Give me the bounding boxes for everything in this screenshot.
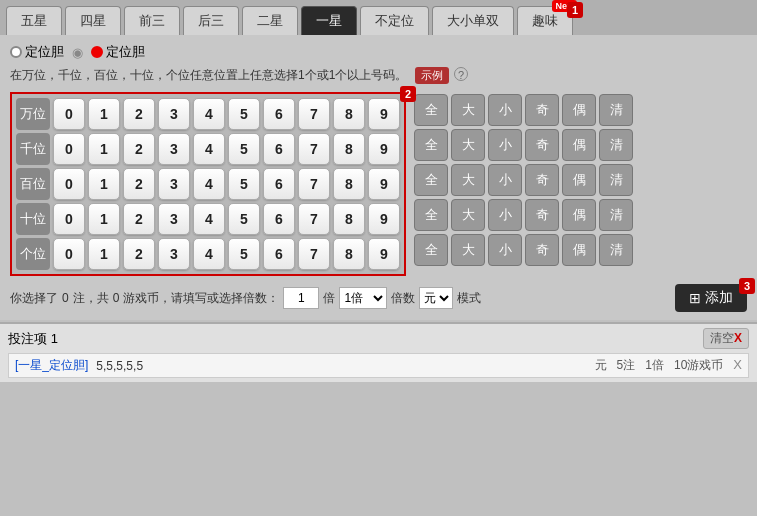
qual-ou-4[interactable]: 偶 bbox=[562, 234, 596, 266]
qual-qi-3[interactable]: 奇 bbox=[525, 199, 559, 231]
qual-quan-3[interactable]: 全 bbox=[414, 199, 448, 231]
invest-delete-button[interactable]: X bbox=[733, 357, 742, 374]
qual-da-3[interactable]: 大 bbox=[451, 199, 485, 231]
digit-btn-2-6[interactable]: 6 bbox=[263, 168, 295, 200]
qual-xiao-2[interactable]: 小 bbox=[488, 164, 522, 196]
digit-btn-2-2[interactable]: 2 bbox=[123, 168, 155, 200]
digit-btn-1-4[interactable]: 4 bbox=[193, 133, 225, 165]
tab-qiansan[interactable]: 前三 bbox=[124, 6, 180, 35]
digit-btn-2-9[interactable]: 9 bbox=[368, 168, 400, 200]
digit-btn-0-2[interactable]: 2 bbox=[123, 98, 155, 130]
digit-btn-4-9[interactable]: 9 bbox=[368, 238, 400, 270]
digit-btn-0-1[interactable]: 1 bbox=[88, 98, 120, 130]
digit-btn-3-7[interactable]: 7 bbox=[298, 203, 330, 235]
digit-btn-4-8[interactable]: 8 bbox=[333, 238, 365, 270]
digit-btn-1-6[interactable]: 6 bbox=[263, 133, 295, 165]
qual-qing-0[interactable]: 清 bbox=[599, 94, 633, 126]
digit-btn-0-8[interactable]: 8 bbox=[333, 98, 365, 130]
qual-qing-3[interactable]: 清 bbox=[599, 199, 633, 231]
digit-btn-0-4[interactable]: 4 bbox=[193, 98, 225, 130]
tab-wuxing[interactable]: 五星 bbox=[6, 6, 62, 35]
digit-btn-1-0[interactable]: 0 bbox=[53, 133, 85, 165]
radio-option2[interactable]: 定位胆 bbox=[91, 43, 145, 61]
add-button[interactable]: ⊞ 添加 bbox=[675, 284, 747, 312]
digit-btn-3-0[interactable]: 0 bbox=[53, 203, 85, 235]
tab-sixing[interactable]: 四星 bbox=[65, 6, 121, 35]
digit-btn-0-9[interactable]: 9 bbox=[368, 98, 400, 130]
qual-xiao-1[interactable]: 小 bbox=[488, 129, 522, 161]
qual-da-0[interactable]: 大 bbox=[451, 94, 485, 126]
digit-btn-2-8[interactable]: 8 bbox=[333, 168, 365, 200]
tab-budingwei[interactable]: 不定位 bbox=[360, 6, 429, 35]
qual-qing-1[interactable]: 清 bbox=[599, 129, 633, 161]
digit-btn-3-1[interactable]: 1 bbox=[88, 203, 120, 235]
digit-btn-2-7[interactable]: 7 bbox=[298, 168, 330, 200]
digit-btn-3-2[interactable]: 2 bbox=[123, 203, 155, 235]
digit-btn-4-6[interactable]: 6 bbox=[263, 238, 295, 270]
digit-btn-4-0[interactable]: 0 bbox=[53, 238, 85, 270]
digit-btn-3-8[interactable]: 8 bbox=[333, 203, 365, 235]
digit-btn-4-1[interactable]: 1 bbox=[88, 238, 120, 270]
digit-btn-4-4[interactable]: 4 bbox=[193, 238, 225, 270]
qual-qi-1[interactable]: 奇 bbox=[525, 129, 559, 161]
multiplier-input[interactable] bbox=[283, 287, 319, 309]
digit-btn-4-3[interactable]: 3 bbox=[158, 238, 190, 270]
bottom-beishu: 倍数 bbox=[391, 290, 415, 307]
qual-quan-4[interactable]: 全 bbox=[414, 234, 448, 266]
qual-da-4[interactable]: 大 bbox=[451, 234, 485, 266]
digit-btn-2-0[interactable]: 0 bbox=[53, 168, 85, 200]
tab-daxiaodanshuang[interactable]: 大小单双 bbox=[432, 6, 514, 35]
digit-btn-3-3[interactable]: 3 bbox=[158, 203, 190, 235]
digit-btn-0-7[interactable]: 7 bbox=[298, 98, 330, 130]
digit-btn-4-2[interactable]: 2 bbox=[123, 238, 155, 270]
qual-ou-0[interactable]: 偶 bbox=[562, 94, 596, 126]
qual-quan-0[interactable]: 全 bbox=[414, 94, 448, 126]
qual-xiao-4[interactable]: 小 bbox=[488, 234, 522, 266]
qual-qing-4[interactable]: 清 bbox=[599, 234, 633, 266]
qual-quan-1[interactable]: 全 bbox=[414, 129, 448, 161]
qual-qing-2[interactable]: 清 bbox=[599, 164, 633, 196]
digit-btn-4-5[interactable]: 5 bbox=[228, 238, 260, 270]
help-icon[interactable]: ? bbox=[454, 67, 468, 81]
digit-btn-1-1[interactable]: 1 bbox=[88, 133, 120, 165]
digit-btn-2-5[interactable]: 5 bbox=[228, 168, 260, 200]
tab-erxing[interactable]: 二星 bbox=[242, 6, 298, 35]
digit-btn-0-0[interactable]: 0 bbox=[53, 98, 85, 130]
qual-ou-1[interactable]: 偶 bbox=[562, 129, 596, 161]
tab-housan[interactable]: 后三 bbox=[183, 6, 239, 35]
example-button[interactable]: 示例 bbox=[415, 67, 449, 84]
qual-da-2[interactable]: 大 bbox=[451, 164, 485, 196]
digit-btn-1-5[interactable]: 5 bbox=[228, 133, 260, 165]
digit-btn-3-9[interactable]: 9 bbox=[368, 203, 400, 235]
digit-btn-1-9[interactable]: 9 bbox=[368, 133, 400, 165]
radio-option1[interactable]: 定位胆 bbox=[10, 43, 64, 61]
qual-qi-4[interactable]: 奇 bbox=[525, 234, 559, 266]
digit-btn-1-8[interactable]: 8 bbox=[333, 133, 365, 165]
bottom-text2: 注，共 bbox=[73, 290, 109, 307]
digit-btn-0-5[interactable]: 5 bbox=[228, 98, 260, 130]
clear-button[interactable]: 清空X bbox=[703, 328, 749, 349]
digit-btn-2-3[interactable]: 3 bbox=[158, 168, 190, 200]
digit-btn-3-5[interactable]: 5 bbox=[228, 203, 260, 235]
digit-btn-0-3[interactable]: 3 bbox=[158, 98, 190, 130]
qual-ou-3[interactable]: 偶 bbox=[562, 199, 596, 231]
qual-ou-2[interactable]: 偶 bbox=[562, 164, 596, 196]
digit-btn-1-2[interactable]: 2 bbox=[123, 133, 155, 165]
digit-btn-1-3[interactable]: 3 bbox=[158, 133, 190, 165]
multiplier-select[interactable]: 1倍 2倍 3倍 5倍 10倍 bbox=[339, 287, 387, 309]
digit-btn-2-4[interactable]: 4 bbox=[193, 168, 225, 200]
digit-btn-1-7[interactable]: 7 bbox=[298, 133, 330, 165]
digit-btn-4-7[interactable]: 7 bbox=[298, 238, 330, 270]
digit-btn-2-1[interactable]: 1 bbox=[88, 168, 120, 200]
qual-quan-2[interactable]: 全 bbox=[414, 164, 448, 196]
unit-select[interactable]: 元 角 分 bbox=[419, 287, 453, 309]
digit-btn-0-6[interactable]: 6 bbox=[263, 98, 295, 130]
qual-qi-0[interactable]: 奇 bbox=[525, 94, 559, 126]
qual-da-1[interactable]: 大 bbox=[451, 129, 485, 161]
tab-yixing[interactable]: 一星 bbox=[301, 6, 357, 35]
digit-btn-3-6[interactable]: 6 bbox=[263, 203, 295, 235]
qual-qi-2[interactable]: 奇 bbox=[525, 164, 559, 196]
qual-xiao-0[interactable]: 小 bbox=[488, 94, 522, 126]
qual-xiao-3[interactable]: 小 bbox=[488, 199, 522, 231]
digit-btn-3-4[interactable]: 4 bbox=[193, 203, 225, 235]
